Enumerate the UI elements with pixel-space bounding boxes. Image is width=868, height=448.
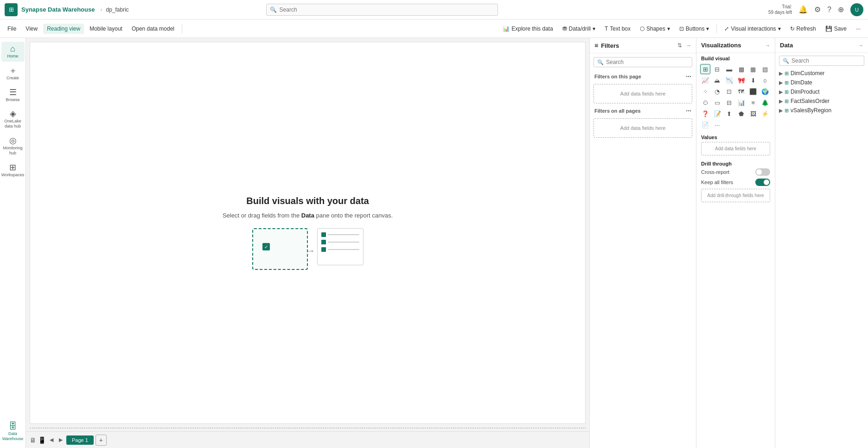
viz-icon-line-cluster[interactable]: 📉 <box>724 75 734 85</box>
apps-icon[interactable]: ⊕ <box>838 5 844 14</box>
notification-icon[interactable]: 🔔 <box>798 5 808 14</box>
sidebar-item-onelake[interactable]: ◈ OneLake data hub <box>1 107 25 132</box>
page-1-tab[interactable]: Page 1 <box>66 435 94 445</box>
data-tree-item-factsalesorder[interactable]: ▶ ⊞ FactSalesOrder <box>775 96 868 106</box>
sidebar-item-workspaces[interactable]: ⊞ Workspaces <box>1 160 25 180</box>
illus-row-2 <box>321 240 359 244</box>
viz-icon-map[interactable]: 🗺 <box>736 86 747 96</box>
help-icon[interactable]: ? <box>827 6 831 14</box>
sidebar-item-data-warehouse[interactable]: 🗄 Data Warehouse <box>1 419 25 444</box>
viz-icon-shape[interactable]: ⬟ <box>736 109 747 119</box>
viz-icon-treemap[interactable]: ⊡ <box>724 86 734 96</box>
visual-interactions-btn[interactable]: ⤢ Visual interactions ▾ <box>721 24 784 34</box>
avatar[interactable]: U <box>850 3 863 16</box>
filters-all-pages-drop[interactable]: Add data fields here <box>594 118 692 138</box>
data-search-box[interactable]: 🔍 <box>779 56 864 66</box>
mobile-layout-btn[interactable]: Mobile layout <box>86 24 126 34</box>
viz-icon-area[interactable]: ⛰ <box>712 75 722 85</box>
filter-search-input[interactable] <box>606 59 689 65</box>
data-tree-item-dimdate[interactable]: ▶ ⊞ DimDate <box>775 78 868 87</box>
viz-icon-bar[interactable]: ▬ <box>724 64 734 74</box>
open-data-model-btn[interactable]: Open data model <box>128 24 178 34</box>
viz-icon-gauge[interactable]: ⏲ <box>700 97 710 108</box>
viz-icon-scatter[interactable]: ⁘ <box>700 86 710 96</box>
page-next-btn[interactable]: ▶ <box>57 436 64 444</box>
search-input[interactable] <box>266 4 498 16</box>
data-drill-btn[interactable]: ⛃ Data/drill ▾ <box>559 24 599 34</box>
viz-icon-kpi[interactable]: 📊 <box>736 97 747 108</box>
shapes-btn[interactable]: ⬡ Shapes ▾ <box>636 24 674 34</box>
view-menu[interactable]: View <box>22 24 41 34</box>
viz-icon-ribbon[interactable]: 🎀 <box>736 75 747 85</box>
more-btn[interactable]: ··· <box>852 24 864 34</box>
viz-icon-qa[interactable]: ❓ <box>700 109 710 119</box>
viz-icon-decomp[interactable]: 🌲 <box>760 97 770 108</box>
sidebar-item-create[interactable]: ＋ Create <box>1 64 25 83</box>
desktop-view-btn[interactable]: 🖥 <box>30 436 36 444</box>
viz-expand-icon[interactable]: → <box>765 43 770 48</box>
add-page-btn[interactable]: + <box>96 435 107 446</box>
canvas-main[interactable]: Build visuals with your data Select or d… <box>30 42 586 424</box>
global-search[interactable]: 🔍 <box>266 4 498 16</box>
viz-icon-cluster-bar[interactable]: ▦ <box>748 64 758 74</box>
viz-icon-table[interactable]: ⊞ <box>700 64 710 74</box>
viz-icon-azure-map[interactable]: 🌍 <box>760 86 770 96</box>
filters-this-page-drop[interactable]: Add data fields here <box>594 84 692 103</box>
viz-icon-card[interactable]: ▭ <box>712 97 722 108</box>
viz-icon-line[interactable]: 📈 <box>700 75 710 85</box>
viz-icon-filled-map[interactable]: ⬛ <box>748 86 758 96</box>
viz-icon-100pct-bar[interactable]: ▧ <box>760 64 770 74</box>
cross-report-toggle[interactable] <box>755 168 770 176</box>
viz-values-drop[interactable]: Add data fields here <box>701 142 770 155</box>
viz-icon-pie[interactable]: ◔ <box>712 86 722 96</box>
text-box-btn[interactable]: T Text box <box>601 24 634 34</box>
filters-sort-icon[interactable]: ⇅ <box>677 42 682 49</box>
viz-icon-power-apps[interactable]: ⚡ <box>760 109 770 119</box>
viz-drill-drop[interactable]: Add drill-through fields here <box>701 189 770 202</box>
illus-row-3 <box>321 247 359 252</box>
filters-all-pages-more-icon[interactable]: ··· <box>686 107 691 115</box>
filter-search-box[interactable]: 🔍 <box>594 57 692 67</box>
keep-filters-toggle[interactable] <box>755 179 770 186</box>
viz-icon-funnel[interactable]: ⌽ <box>760 75 770 85</box>
sidebar-item-monitoring[interactable]: ◎ Monitoring hub <box>1 134 25 159</box>
sidebar-item-browse[interactable]: ☰ Browse <box>1 85 25 105</box>
viz-icon-stacked-bar[interactable]: ▩ <box>736 64 747 74</box>
viz-icon-matrix[interactable]: ⊟ <box>712 64 722 74</box>
data-tree-expand-icon-2: ▶ <box>779 80 783 86</box>
tablet-view-btn[interactable]: 📱 <box>38 436 46 444</box>
viz-drill-title: Drill through <box>701 161 770 166</box>
refresh-btn[interactable]: ↻ Refresh <box>786 24 820 34</box>
filters-expand-icon[interactable]: → <box>686 42 691 49</box>
workspaces-icon: ⊞ <box>9 163 16 172</box>
settings-icon[interactable]: ⚙ <box>814 5 821 14</box>
reading-view-btn[interactable]: Reading view <box>43 24 84 34</box>
filters-this-page-more-icon[interactable]: ··· <box>686 73 691 80</box>
viz-icon-image[interactable]: 🖼 <box>748 109 758 119</box>
viz-icon-key-influencers[interactable]: ⬆ <box>724 109 734 119</box>
sidebar-item-home[interactable]: ⌂ Home <box>1 42 25 62</box>
viz-drill-section: Drill through Cross-report Keep all filt… <box>696 158 775 205</box>
data-expand-icon[interactable]: → <box>858 43 863 48</box>
buttons-btn[interactable]: ⊡ Buttons ▾ <box>676 24 713 34</box>
viz-icon-paginated[interactable]: 📄 <box>700 120 710 130</box>
file-menu[interactable]: File <box>4 24 20 34</box>
data-tree-item-vsalesbyregion[interactable]: ▶ ⊞ vSalesByRegion <box>775 106 868 115</box>
illus-row-line-3 <box>328 249 359 250</box>
viz-icon-multi-card[interactable]: ⊟ <box>724 97 734 108</box>
page-prev-btn[interactable]: ◀ <box>48 436 55 444</box>
viz-icon-slicer[interactable]: ≡ <box>748 97 758 108</box>
illus-row-line-2 <box>328 242 359 243</box>
data-tree-item-dimproduct[interactable]: ▶ ⊞ DimProduct <box>775 87 868 96</box>
viz-icon-more[interactable]: ··· <box>712 120 722 130</box>
data-search-input[interactable] <box>791 58 861 64</box>
viz-icon-smart-narr[interactable]: 📝 <box>712 109 722 119</box>
data-tree-item-dimcustomer[interactable]: ▶ ⊞ DimCustomer <box>775 69 868 78</box>
save-btn[interactable]: 💾 Save <box>822 24 850 34</box>
explore-data-btn[interactable]: 📊 Explore this data <box>499 24 556 34</box>
right-panels: ≡ Filters ⇅ → 🔍 Filters on this page ···… <box>589 38 868 448</box>
viz-icon-waterfall[interactable]: ⬇ <box>748 75 758 85</box>
data-tree-label-3: DimProduct <box>791 89 820 95</box>
illus-row-line-1 <box>328 234 359 235</box>
data-panel-title: Data <box>780 42 856 49</box>
